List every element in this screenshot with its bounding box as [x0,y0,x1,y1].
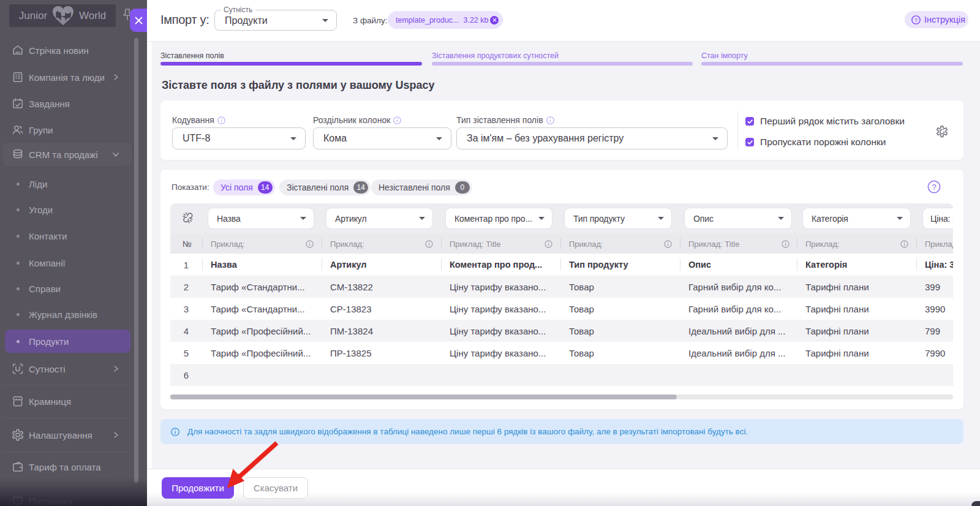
svg-text:?: ? [914,16,918,23]
svg-text:?: ? [932,183,936,192]
